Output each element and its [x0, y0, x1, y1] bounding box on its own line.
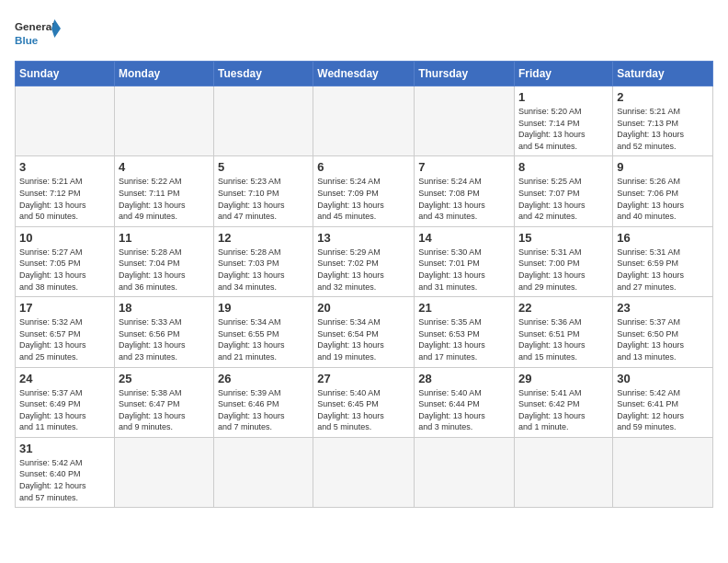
calendar-cell: 30Sunrise: 5:42 AM Sunset: 6:41 PM Dayli… — [613, 367, 713, 437]
day-number: 13 — [317, 231, 410, 245]
calendar-cell: 3Sunrise: 5:21 AM Sunset: 7:12 PM Daylig… — [16, 156, 115, 226]
day-info: Sunrise: 5:23 AM Sunset: 7:10 PM Dayligh… — [218, 176, 309, 222]
day-number: 25 — [119, 372, 210, 385]
calendar-cell: 20Sunrise: 5:34 AM Sunset: 6:54 PM Dayli… — [313, 297, 415, 367]
page-header: General Blue — [15, 15, 713, 52]
day-info: Sunrise: 5:21 AM Sunset: 7:12 PM Dayligh… — [19, 176, 110, 222]
day-info: Sunrise: 5:41 AM Sunset: 6:42 PM Dayligh… — [518, 387, 609, 433]
day-info: Sunrise: 5:22 AM Sunset: 7:11 PM Dayligh… — [119, 176, 210, 222]
day-info: Sunrise: 5:32 AM Sunset: 6:57 PM Dayligh… — [19, 316, 110, 362]
calendar-cell: 19Sunrise: 5:34 AM Sunset: 6:55 PM Dayli… — [214, 297, 313, 367]
calendar-cell: 29Sunrise: 5:41 AM Sunset: 6:42 PM Dayli… — [515, 367, 613, 437]
day-info: Sunrise: 5:36 AM Sunset: 6:51 PM Dayligh… — [518, 316, 609, 362]
day-number: 20 — [317, 301, 410, 315]
weekday-header-wednesday: Wednesday — [313, 62, 415, 86]
calendar-week-row: 24Sunrise: 5:37 AM Sunset: 6:49 PM Dayli… — [16, 367, 713, 437]
day-number: 15 — [518, 231, 609, 245]
day-info: Sunrise: 5:37 AM Sunset: 6:50 PM Dayligh… — [617, 316, 709, 362]
calendar-cell — [313, 437, 415, 507]
logo: General Blue — [15, 15, 61, 52]
calendar-cell: 28Sunrise: 5:40 AM Sunset: 6:44 PM Dayli… — [415, 367, 515, 437]
calendar-cell: 26Sunrise: 5:39 AM Sunset: 6:46 PM Dayli… — [214, 367, 313, 437]
day-number: 21 — [418, 301, 510, 315]
weekday-header-saturday: Saturday — [613, 62, 713, 86]
calendar-cell: 11Sunrise: 5:28 AM Sunset: 7:04 PM Dayli… — [114, 226, 213, 296]
day-info: Sunrise: 5:35 AM Sunset: 6:53 PM Dayligh… — [418, 316, 510, 362]
logo-svg: General Blue — [15, 15, 61, 52]
day-info: Sunrise: 5:28 AM Sunset: 7:03 PM Dayligh… — [218, 247, 309, 293]
day-info: Sunrise: 5:39 AM Sunset: 6:46 PM Dayligh… — [218, 387, 309, 433]
day-number: 28 — [418, 372, 510, 385]
calendar-cell: 24Sunrise: 5:37 AM Sunset: 6:49 PM Dayli… — [16, 367, 115, 437]
calendar-cell — [114, 437, 213, 507]
calendar-cell: 4Sunrise: 5:22 AM Sunset: 7:11 PM Daylig… — [114, 156, 213, 226]
day-info: Sunrise: 5:21 AM Sunset: 7:13 PM Dayligh… — [617, 106, 709, 152]
calendar-cell: 2Sunrise: 5:21 AM Sunset: 7:13 PM Daylig… — [613, 86, 713, 156]
day-info: Sunrise: 5:34 AM Sunset: 6:55 PM Dayligh… — [218, 316, 309, 362]
day-info: Sunrise: 5:31 AM Sunset: 6:59 PM Dayligh… — [617, 247, 709, 293]
calendar-cell: 15Sunrise: 5:31 AM Sunset: 7:00 PM Dayli… — [515, 226, 613, 296]
day-number: 2 — [617, 90, 709, 104]
day-number: 6 — [317, 160, 410, 174]
day-info: Sunrise: 5:25 AM Sunset: 7:07 PM Dayligh… — [518, 176, 609, 222]
day-number: 4 — [119, 160, 210, 174]
calendar-cell — [613, 437, 713, 507]
calendar-cell: 1Sunrise: 5:20 AM Sunset: 7:14 PM Daylig… — [515, 86, 613, 156]
calendar-cell: 31Sunrise: 5:42 AM Sunset: 6:40 PM Dayli… — [16, 437, 115, 507]
day-info: Sunrise: 5:20 AM Sunset: 7:14 PM Dayligh… — [518, 106, 609, 152]
calendar-cell: 17Sunrise: 5:32 AM Sunset: 6:57 PM Dayli… — [16, 297, 115, 367]
calendar-week-row: 31Sunrise: 5:42 AM Sunset: 6:40 PM Dayli… — [16, 437, 713, 507]
day-number: 7 — [418, 160, 510, 174]
calendar-cell — [415, 437, 515, 507]
calendar-cell: 21Sunrise: 5:35 AM Sunset: 6:53 PM Dayli… — [415, 297, 515, 367]
day-number: 29 — [518, 372, 609, 385]
day-number: 31 — [19, 442, 110, 455]
calendar-cell: 22Sunrise: 5:36 AM Sunset: 6:51 PM Dayli… — [515, 297, 613, 367]
day-number: 8 — [518, 160, 609, 174]
day-info: Sunrise: 5:30 AM Sunset: 7:01 PM Dayligh… — [418, 247, 510, 293]
weekday-header-sunday: Sunday — [16, 62, 115, 86]
svg-text:Blue: Blue — [15, 34, 39, 46]
calendar-week-row: 3Sunrise: 5:21 AM Sunset: 7:12 PM Daylig… — [16, 156, 713, 226]
day-info: Sunrise: 5:28 AM Sunset: 7:04 PM Dayligh… — [119, 247, 210, 293]
weekday-header-monday: Monday — [114, 62, 213, 86]
day-number: 3 — [19, 160, 110, 174]
calendar-cell — [313, 86, 415, 156]
calendar-cell: 13Sunrise: 5:29 AM Sunset: 7:02 PM Dayli… — [313, 226, 415, 296]
calendar-cell — [214, 437, 313, 507]
calendar-cell — [415, 86, 515, 156]
day-info: Sunrise: 5:38 AM Sunset: 6:47 PM Dayligh… — [119, 387, 210, 433]
day-info: Sunrise: 5:40 AM Sunset: 6:44 PM Dayligh… — [418, 387, 510, 433]
day-info: Sunrise: 5:40 AM Sunset: 6:45 PM Dayligh… — [317, 387, 410, 433]
calendar-week-row: 10Sunrise: 5:27 AM Sunset: 7:05 PM Dayli… — [16, 226, 713, 296]
day-number: 1 — [518, 90, 609, 104]
day-number: 24 — [19, 372, 110, 385]
day-number: 23 — [617, 301, 709, 315]
day-number: 22 — [518, 301, 609, 315]
day-info: Sunrise: 5:42 AM Sunset: 6:40 PM Dayligh… — [19, 457, 110, 503]
calendar-cell — [114, 86, 213, 156]
calendar-cell: 18Sunrise: 5:33 AM Sunset: 6:56 PM Dayli… — [114, 297, 213, 367]
day-info: Sunrise: 5:42 AM Sunset: 6:41 PM Dayligh… — [617, 387, 709, 433]
calendar-cell: 14Sunrise: 5:30 AM Sunset: 7:01 PM Dayli… — [415, 226, 515, 296]
day-number: 18 — [119, 301, 210, 315]
day-info: Sunrise: 5:27 AM Sunset: 7:05 PM Dayligh… — [19, 247, 110, 293]
day-number: 11 — [119, 231, 210, 245]
weekday-header-row: SundayMondayTuesdayWednesdayThursdayFrid… — [16, 62, 713, 86]
day-info: Sunrise: 5:31 AM Sunset: 7:00 PM Dayligh… — [518, 247, 609, 293]
calendar-cell: 5Sunrise: 5:23 AM Sunset: 7:10 PM Daylig… — [214, 156, 313, 226]
svg-text:General: General — [15, 21, 54, 33]
weekday-header-friday: Friday — [515, 62, 613, 86]
calendar-cell: 27Sunrise: 5:40 AM Sunset: 6:45 PM Dayli… — [313, 367, 415, 437]
calendar-week-row: 1Sunrise: 5:20 AM Sunset: 7:14 PM Daylig… — [16, 86, 713, 156]
calendar-cell: 8Sunrise: 5:25 AM Sunset: 7:07 PM Daylig… — [515, 156, 613, 226]
calendar-week-row: 17Sunrise: 5:32 AM Sunset: 6:57 PM Dayli… — [16, 297, 713, 367]
day-number: 5 — [218, 160, 309, 174]
calendar-cell: 16Sunrise: 5:31 AM Sunset: 6:59 PM Dayli… — [613, 226, 713, 296]
calendar-cell: 7Sunrise: 5:24 AM Sunset: 7:08 PM Daylig… — [415, 156, 515, 226]
day-number: 14 — [418, 231, 510, 245]
calendar-cell — [214, 86, 313, 156]
calendar-cell: 23Sunrise: 5:37 AM Sunset: 6:50 PM Dayli… — [613, 297, 713, 367]
calendar-cell: 6Sunrise: 5:24 AM Sunset: 7:09 PM Daylig… — [313, 156, 415, 226]
day-info: Sunrise: 5:34 AM Sunset: 6:54 PM Dayligh… — [317, 316, 410, 362]
